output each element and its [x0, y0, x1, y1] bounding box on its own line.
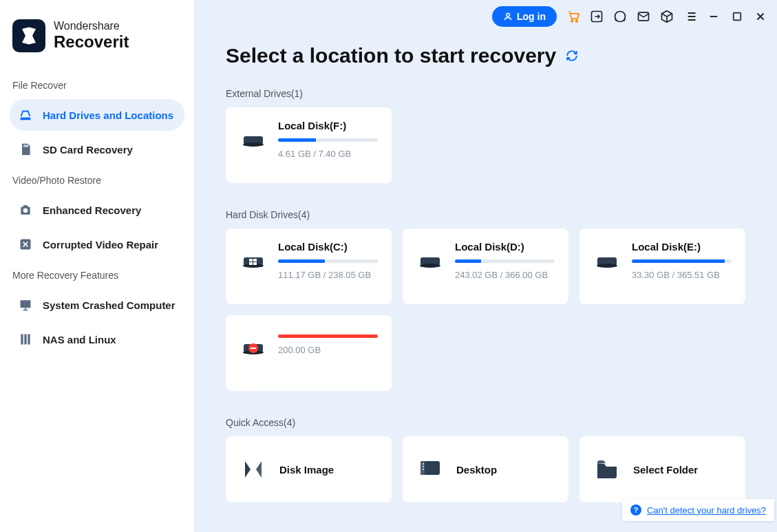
- drive-name: Local Disk(D:): [455, 241, 555, 253]
- drive-progress: [632, 259, 732, 263]
- camera-icon: [18, 202, 33, 217]
- svg-point-36: [423, 469, 424, 470]
- drive-size: 111.17 GB / 238.05 GB: [278, 270, 378, 280]
- drive-icon: [18, 107, 33, 123]
- drive-size: 33.30 GB / 365.51 GB: [632, 270, 732, 280]
- monitor-icon: [18, 297, 33, 312]
- svg-rect-21: [253, 259, 257, 262]
- maximize-icon[interactable]: [730, 10, 744, 23]
- svg-rect-33: [421, 461, 425, 475]
- sidebar-item-label: System Crashed Computer: [43, 299, 175, 311]
- support-icon[interactable]: [613, 10, 627, 23]
- svg-point-3: [23, 209, 28, 213]
- svg-rect-5: [21, 300, 31, 308]
- svg-point-27: [597, 264, 617, 268]
- svg-rect-20: [249, 259, 253, 262]
- svg-rect-15: [734, 13, 741, 21]
- drive-icon: [240, 329, 267, 357]
- cube-icon[interactable]: [660, 10, 674, 23]
- sidebar-section-label: Video/Photo Restore: [10, 168, 184, 191]
- sidebar-item-enhanced[interactable]: Enhanced Recovery: [10, 194, 184, 226]
- logo: Wondershare Recoverit: [10, 0, 184, 73]
- list-icon[interactable]: [683, 10, 697, 23]
- mail-icon[interactable]: [637, 10, 650, 23]
- svg-point-11: [576, 20, 578, 21]
- quick-access-card[interactable]: Desktop: [403, 436, 568, 502]
- login-label: Log in: [517, 11, 546, 22]
- refresh-icon[interactable]: [566, 50, 578, 62]
- drive-progress: [278, 259, 378, 263]
- group-label: External Drives(1): [226, 88, 745, 99]
- svg-rect-22: [249, 262, 253, 265]
- svg-point-9: [507, 13, 510, 17]
- sidebar-item-corrupted[interactable]: Corrupted Video Repair: [10, 228, 184, 260]
- login-button[interactable]: Log in: [492, 6, 557, 27]
- drive-name: Local Disk(F:): [278, 120, 378, 131]
- drive-size: 200.00 GB: [278, 345, 378, 355]
- sidebar-item-hard-drives[interactable]: Hard Drives and Locations: [10, 99, 184, 131]
- drive-icon: [593, 242, 621, 270]
- sidebar: Wondershare Recoverit File RecoverHard D…: [0, 0, 194, 532]
- group-label: Quick Access(4): [226, 417, 745, 428]
- svg-point-10: [571, 20, 573, 21]
- drive-icon: [240, 121, 267, 149]
- help-link-pill[interactable]: ? Can't detect your hard drives?: [622, 499, 774, 521]
- page-title: Select a location to start recovery: [226, 44, 556, 67]
- sd-icon: [18, 142, 33, 157]
- quick-access-card[interactable]: Select Folder: [579, 436, 745, 502]
- quick-label: Disk Image: [279, 464, 334, 476]
- svg-rect-1: [25, 145, 27, 147]
- quick-label: Select Folder: [633, 464, 698, 476]
- close-icon[interactable]: [754, 10, 767, 23]
- svg-point-34: [423, 463, 424, 465]
- drive-progress: [278, 138, 378, 142]
- sidebar-item-crashed[interactable]: System Crashed Computer: [10, 289, 184, 321]
- sidebar-item-label: NAS and Linux: [43, 334, 116, 345]
- brand-line2: Recoverit: [54, 32, 129, 52]
- drive-icon: [240, 242, 267, 270]
- quick-icon: [593, 456, 621, 483]
- drive-icon: [416, 242, 444, 270]
- repair-icon: [18, 237, 33, 252]
- quick-icon: [416, 456, 444, 483]
- svg-point-25: [420, 264, 440, 268]
- content: Select a location to start recovery Exte…: [194, 30, 777, 532]
- svg-rect-0: [24, 145, 25, 147]
- quick-access-card[interactable]: Disk Image: [226, 436, 392, 502]
- drive-size: 4.61 GB / 7.40 GB: [278, 149, 378, 159]
- sidebar-section-label: More Recovery Features: [10, 263, 184, 286]
- group-label: Hard Disk Drives(4): [226, 209, 745, 220]
- svg-rect-8: [28, 334, 30, 345]
- logo-icon: [12, 19, 45, 52]
- drive-card[interactable]: Local Disk(C:) 111.17 GB / 238.05 GB: [226, 228, 392, 304]
- sidebar-item-sd-card[interactable]: SD Card Recovery: [10, 134, 184, 165]
- minimize-icon[interactable]: [707, 10, 721, 23]
- help-link[interactable]: Can't detect your hard drives?: [647, 505, 766, 515]
- logo-text: Wondershare Recoverit: [54, 20, 129, 52]
- sidebar-item-nas[interactable]: NAS and Linux: [10, 323, 184, 355]
- drive-size: 243.02 GB / 366.00 GB: [455, 270, 555, 280]
- topbar: Log in: [194, 3, 777, 30]
- quick-icon: [240, 456, 267, 483]
- svg-rect-6: [21, 334, 23, 345]
- drive-progress: [278, 334, 378, 338]
- drive-card[interactable]: Local Disk(E:) 33.30 GB / 365.51 GB: [579, 228, 745, 304]
- quick-label: Desktop: [456, 464, 497, 476]
- drive-card[interactable]: 200.00 GB: [226, 315, 392, 391]
- svg-rect-23: [253, 262, 257, 265]
- brand-line1: Wondershare: [54, 20, 129, 32]
- drive-card[interactable]: Local Disk(D:) 243.02 GB / 366.00 GB: [403, 228, 568, 304]
- drive-name: Local Disk(C:): [278, 241, 378, 253]
- svg-point-17: [243, 142, 264, 147]
- main: Log in Select a location to start recove…: [194, 0, 777, 532]
- cart-icon[interactable]: [566, 10, 580, 23]
- server-icon: [18, 332, 33, 347]
- sidebar-item-label: SD Card Recovery: [43, 144, 133, 156]
- import-icon[interactable]: [590, 10, 604, 23]
- svg-rect-31: [251, 348, 256, 349]
- sidebar-item-label: Enhanced Recovery: [43, 204, 141, 216]
- sidebar-item-label: Corrupted Video Repair: [43, 239, 158, 251]
- svg-rect-7: [24, 334, 26, 345]
- drive-card[interactable]: Local Disk(F:) 4.61 GB / 7.40 GB: [226, 107, 392, 183]
- svg-point-35: [423, 466, 424, 467]
